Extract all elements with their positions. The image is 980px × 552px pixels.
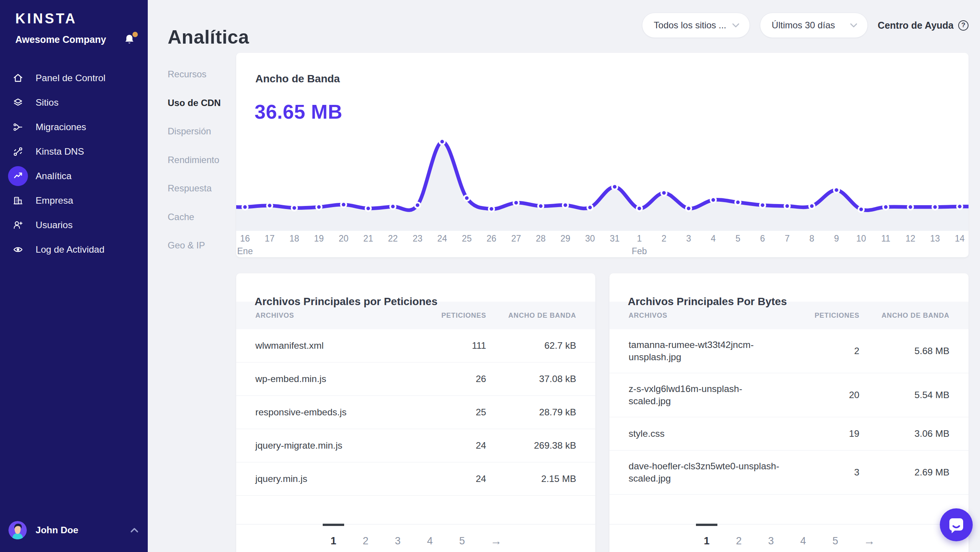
chart-x-axis-months: EneFeb bbox=[236, 246, 969, 257]
pagination-page-5[interactable]: 5 bbox=[458, 535, 466, 547]
chart-data-point[interactable] bbox=[883, 204, 889, 210]
chart-data-point[interactable] bbox=[513, 200, 519, 206]
pagination-page-3[interactable]: 3 bbox=[767, 535, 775, 547]
analytics-page: KINSTA Awesome Company Panel de ControlS… bbox=[0, 0, 980, 552]
requests-value: 2 bbox=[792, 345, 859, 357]
home-icon bbox=[8, 68, 28, 88]
sidebar-item-usuarios[interactable]: Usuarios bbox=[0, 213, 148, 237]
bandwidth-value: 37.08 kB bbox=[486, 373, 576, 385]
x-tick-label: 1 bbox=[637, 234, 642, 244]
subnav-item-rendimiento[interactable]: Rendimiento bbox=[168, 146, 221, 175]
notifications-bell-icon[interactable] bbox=[123, 33, 136, 46]
subnav-item-dispersi-n[interactable]: Dispersión bbox=[168, 117, 221, 146]
chart-data-point[interactable] bbox=[612, 184, 617, 189]
sidebar-item-label: Empresa bbox=[36, 195, 73, 206]
subnav-item-respuesta[interactable]: Respuesta bbox=[168, 174, 221, 203]
pagination-page-1[interactable]: 1 bbox=[703, 535, 710, 547]
chart-data-point[interactable] bbox=[563, 203, 568, 208]
chart-data-point[interactable] bbox=[267, 203, 272, 208]
chart-data-point[interactable] bbox=[661, 190, 666, 196]
sidebar-item-migraciones[interactable]: Migraciones bbox=[0, 115, 148, 139]
trend-up-icon bbox=[8, 166, 28, 186]
table-row: z-s-vxlg6lwd16m-unsplash-scaled.jpg205.5… bbox=[609, 373, 969, 417]
pagination-next-arrow[interactable]: → bbox=[490, 534, 502, 547]
chart-data-point[interactable] bbox=[587, 205, 593, 210]
pagination-page-2[interactable]: 2 bbox=[735, 535, 743, 547]
sidebar-item-panel-de-control[interactable]: Panel de Control bbox=[0, 66, 148, 90]
bandwidth-line-chart bbox=[236, 137, 969, 231]
help-center-link[interactable]: Centro de Ayuda ? bbox=[878, 20, 969, 31]
sidebar-item-empresa[interactable]: Empresa bbox=[0, 188, 148, 213]
pagination-next-arrow[interactable]: → bbox=[864, 534, 875, 547]
x-tick-label: 25 bbox=[462, 234, 472, 244]
chart-data-point[interactable] bbox=[735, 200, 741, 205]
chart-data-point[interactable] bbox=[809, 203, 815, 209]
chart-data-point[interactable] bbox=[710, 197, 716, 203]
x-tick-label: 22 bbox=[388, 234, 398, 244]
pagination-page-3[interactable]: 3 bbox=[394, 535, 402, 547]
chart-data-point[interactable] bbox=[538, 203, 544, 209]
requests-value: 26 bbox=[419, 373, 486, 385]
chart-data-point[interactable] bbox=[292, 205, 297, 211]
x-tick-label: 5 bbox=[735, 234, 740, 244]
chart-x-axis: 1617181920212223242526272829303112345678… bbox=[236, 234, 969, 245]
bandwidth-value: 2.15 MB bbox=[486, 473, 576, 485]
table-row: dave-hoefler-cls3zn5wte0-unsplash-scaled… bbox=[609, 451, 969, 495]
pagination-page-1[interactable]: 1 bbox=[330, 535, 337, 547]
eye-icon bbox=[8, 240, 28, 260]
x-tick-label: 6 bbox=[760, 234, 765, 244]
pagination-page-4[interactable]: 4 bbox=[799, 535, 807, 547]
analytics-subnav: RecursosUso de CDNDispersiónRendimientoR… bbox=[168, 60, 221, 260]
chart-data-point[interactable] bbox=[489, 206, 494, 212]
sidebar-item-anal-tica[interactable]: Analítica bbox=[0, 164, 148, 188]
pagination-page-2[interactable]: 2 bbox=[362, 535, 369, 547]
chart-data-point[interactable] bbox=[957, 204, 962, 209]
date-range-dropdown[interactable]: Últimos 30 días bbox=[760, 13, 868, 38]
sidebar-item-label: Panel de Control bbox=[36, 73, 106, 83]
top-files-by-requests-card: Archivos Principales por PeticionesArchi… bbox=[236, 273, 595, 552]
x-tick-label: 27 bbox=[511, 234, 521, 244]
chart-data-point[interactable] bbox=[686, 206, 691, 211]
pagination-page-5[interactable]: 5 bbox=[831, 535, 839, 547]
sidebar-item-label: Migraciones bbox=[36, 122, 86, 132]
sidebar-item-kinsta-dns[interactable]: Kinsta DNS bbox=[0, 139, 148, 164]
table-row: jquery-migrate.min.js24269.38 kB bbox=[236, 429, 595, 462]
file-name: tamanna-rumee-wt33t42jncm-unsplash.jpg bbox=[629, 339, 792, 363]
chart-data-point[interactable] bbox=[859, 207, 864, 212]
bandwidth-value: 2.69 MB bbox=[859, 466, 949, 479]
subnav-item-geo-ip[interactable]: Geo & IP bbox=[168, 231, 221, 260]
bandwidth-value: 62.7 kB bbox=[486, 340, 576, 352]
chart-data-point[interactable] bbox=[933, 204, 938, 210]
subnav-item-uso-de-cdn[interactable]: Uso de CDN bbox=[168, 89, 221, 118]
chart-data-point[interactable] bbox=[908, 204, 913, 210]
chevron-down-icon bbox=[850, 23, 858, 28]
chart-data-point[interactable] bbox=[366, 206, 371, 211]
chart-data-point[interactable] bbox=[760, 203, 765, 208]
chart-data-point[interactable] bbox=[784, 203, 790, 209]
sidebar-item-sitios[interactable]: Sitios bbox=[0, 90, 148, 115]
chart-data-point[interactable] bbox=[415, 203, 420, 208]
subnav-item-cache[interactable]: Cache bbox=[168, 203, 221, 232]
file-name: responsive-embeds.js bbox=[255, 406, 419, 418]
dns-icon bbox=[8, 142, 28, 162]
chart-data-point[interactable] bbox=[390, 204, 395, 209]
sidebar-item-log-de-actividad[interactable]: Log de Actividad bbox=[0, 237, 148, 262]
bandwidth-card-title: Ancho de Banda bbox=[255, 73, 340, 85]
table-row: style.css193.06 MB bbox=[609, 417, 969, 451]
chart-data-point[interactable] bbox=[464, 195, 469, 201]
table-title: Archivos Principales por Peticiones bbox=[236, 273, 595, 302]
user-name: John Doe bbox=[36, 525, 130, 536]
file-name: z-s-vxlg6lwd16m-unsplash-scaled.jpg bbox=[629, 383, 792, 407]
chart-data-point[interactable] bbox=[834, 188, 839, 193]
file-name: dave-hoefler-cls3zn5wte0-unsplash-scaled… bbox=[629, 460, 792, 485]
chart-data-point[interactable] bbox=[439, 139, 445, 144]
chart-data-point[interactable] bbox=[316, 204, 322, 210]
chart-data-point[interactable] bbox=[341, 202, 346, 207]
chart-data-point[interactable] bbox=[637, 206, 642, 211]
site-selector-dropdown[interactable]: Todos los sitios ... bbox=[642, 13, 750, 38]
chart-data-point[interactable] bbox=[242, 204, 248, 210]
chat-widget-button[interactable] bbox=[940, 508, 973, 541]
pagination-page-4[interactable]: 4 bbox=[426, 535, 434, 547]
user-menu[interactable]: John Doe bbox=[8, 518, 139, 542]
subnav-item-recursos[interactable]: Recursos bbox=[168, 60, 221, 89]
